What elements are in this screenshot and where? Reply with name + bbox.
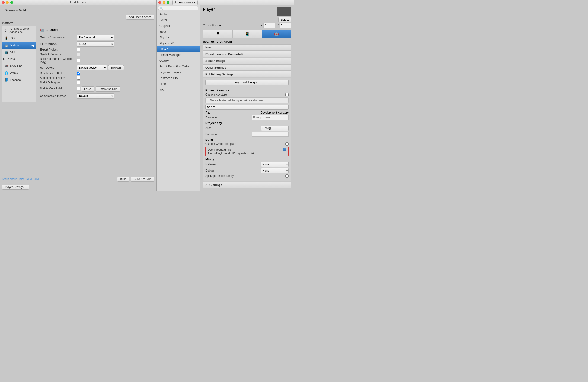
compression-method-select[interactable]: Default <box>77 93 114 99</box>
nav-item-preset-manager[interactable]: Preset Manager <box>156 52 200 58</box>
settings-search-input[interactable] <box>158 6 198 10</box>
keystore-password-input[interactable] <box>252 115 289 120</box>
platform-item-android[interactable]: 🤖 Android ◀ <box>2 42 36 49</box>
keystore-manager-button[interactable]: Keystore Manager... <box>205 80 289 85</box>
android-title-icon: 🤖 <box>40 28 44 32</box>
platform-tab-ios[interactable]: 📱 <box>232 30 262 38</box>
custom-gradle-checkbox[interactable] <box>285 142 289 146</box>
nav-item-vfx[interactable]: VFX <box>156 87 200 93</box>
export-project-label: Export Project <box>40 48 77 51</box>
cursor-hotspot-label: Cursor Hotspot <box>203 24 259 27</box>
nav-item-input[interactable]: Input <box>156 29 200 35</box>
patch-and-run-button[interactable]: Patch And Run <box>96 86 120 92</box>
development-build-checkbox[interactable] <box>77 72 80 75</box>
patch-button[interactable]: Patch <box>81 86 94 92</box>
nav-item-textmesh[interactable]: TextMesh Pro <box>156 75 200 81</box>
info-icon: ℹ <box>208 99 209 102</box>
nav-item-quality[interactable]: Quality <box>156 58 200 63</box>
etc2-fallback-select[interactable]: 32-bit <box>77 41 114 47</box>
cursor-hotspot-y-input[interactable] <box>280 23 291 28</box>
alias-label: Alias <box>205 127 261 130</box>
keystore-select[interactable]: Select... <box>205 104 289 110</box>
nav-item-audio[interactable]: Audio <box>156 11 200 17</box>
platform-item-ps4[interactable]: PS4 PS4 <box>2 56 36 62</box>
platform-label-standalone: PC, Mac & Linux Standalone <box>9 27 34 34</box>
script-debugging-label: Script Debugging <box>40 81 77 84</box>
tvos-icon: 📺 <box>4 50 9 55</box>
close-button[interactable] <box>2 1 5 4</box>
user-proguard-path: Assets/Plugins/Android/proguard-user.txt <box>208 152 286 155</box>
android-title-label: Android <box>46 28 58 32</box>
etc2-fallback-label: ETC2 fallback <box>40 42 77 46</box>
maximize-button[interactable] <box>10 1 13 4</box>
other-settings-section-header[interactable]: Other Settings <box>203 64 291 71</box>
custom-keystore-checkbox[interactable] <box>285 93 289 96</box>
run-device-select[interactable]: Default device <box>77 65 107 70</box>
development-build-label: Development Build <box>40 72 77 75</box>
autoconnect-profiler-checkbox[interactable] <box>77 76 80 80</box>
symlink-sources-checkbox[interactable] <box>77 53 80 56</box>
alias-select[interactable]: Debug <box>261 126 289 131</box>
splash-image-section-header[interactable]: Splash Image <box>203 58 291 64</box>
scripts-only-build-checkbox[interactable] <box>77 87 80 90</box>
platform-item-webgl[interactable]: 🌐 WebGL <box>2 70 36 77</box>
nav-item-time[interactable]: Time <box>156 81 200 87</box>
platform-label-tvos: tvOS <box>10 51 16 54</box>
project-settings-tab-bar: ⚙ Project Settings <box>156 0 294 5</box>
autoconnect-profiler-label: Autoconnect Profiler <box>40 76 77 80</box>
platform-item-ios[interactable]: 📱 iOS <box>2 35 36 42</box>
settings-for-android-label: Settings for Android <box>203 40 291 43</box>
build-and-run-button[interactable]: Build And Run <box>131 177 154 182</box>
nav-item-graphics[interactable]: Graphics <box>156 23 200 29</box>
platform-item-tvos[interactable]: 📺 tvOS <box>2 49 36 56</box>
nav-item-tags-layers[interactable]: Tags and Layers <box>156 69 200 75</box>
refresh-button[interactable]: Refresh <box>108 65 124 70</box>
texture-compression-select[interactable]: Don't override <box>77 35 114 40</box>
export-project-checkbox[interactable] <box>77 48 80 51</box>
build-settings-window-title: Build Settings <box>70 1 86 4</box>
android-icon: 🤖 <box>4 43 9 47</box>
build-button[interactable]: Build <box>117 177 129 182</box>
select-button[interactable]: Select <box>278 17 291 22</box>
compression-method-label: Compression Method <box>40 94 77 98</box>
project-settings-tab[interactable]: ⚙ Project Settings <box>172 0 198 5</box>
resolution-section-header[interactable]: Resolution and Presentation <box>203 51 291 57</box>
nav-item-script-execution[interactable]: Script Execution Order <box>156 63 200 69</box>
split-app-binary-checkbox[interactable] <box>285 174 289 178</box>
platform-item-xbox[interactable]: 🎮 Xbox One <box>2 62 36 70</box>
project-keystore-label: Project Keystore <box>205 89 289 92</box>
texture-compression-label: Texture Compression <box>40 36 77 39</box>
standalone-icon: 🖥 <box>4 28 7 33</box>
ps-close-button[interactable] <box>158 1 161 4</box>
minify-release-select[interactable]: None <box>261 162 289 167</box>
project-key-password-input[interactable] <box>252 132 289 137</box>
script-debugging-checkbox[interactable] <box>77 81 80 84</box>
player-settings-button[interactable]: Player Settings... <box>2 184 29 190</box>
nav-item-editor[interactable]: Editor <box>156 17 200 23</box>
ps-minimize-button[interactable] <box>163 1 165 4</box>
platform-item-facebook[interactable]: 📘 Facebook <box>2 77 36 83</box>
cloud-build-link[interactable]: Learn about Unity Cloud Build <box>2 178 39 181</box>
facebook-icon: 📘 <box>4 78 9 82</box>
ios-icon: 📱 <box>4 36 9 40</box>
nav-item-physics2d[interactable]: Physics 2D <box>156 40 200 46</box>
user-proguard-checkbox[interactable]: ✓ <box>283 148 286 151</box>
cursor-hotspot-x-input[interactable] <box>263 23 275 28</box>
page-title: Player <box>203 7 215 12</box>
nav-item-physics[interactable]: Physics <box>156 35 200 40</box>
platform-list: 🖥 PC, Mac & Linux Standalone 📱 iOS 🤖 And… <box>2 26 36 102</box>
platform-tab-android[interactable]: 🤖 <box>262 30 291 38</box>
publishing-settings-section-header[interactable]: Publishing Settings <box>203 71 291 78</box>
add-open-scenes-button[interactable]: Add Open Scenes <box>126 15 154 20</box>
platform-tab-standalone[interactable]: 🖥 <box>203 30 232 38</box>
nav-item-player[interactable]: Player <box>156 46 200 52</box>
xr-settings-section-header[interactable]: XR Settings <box>203 182 291 188</box>
platform-item-standalone[interactable]: 🖥 PC, Mac & Linux Standalone <box>2 26 36 35</box>
minimize-button[interactable] <box>6 1 9 4</box>
build-app-bundle-checkbox[interactable] <box>77 59 80 62</box>
scenes-list <box>4 13 152 13</box>
ps-maximize-button[interactable] <box>167 1 169 4</box>
minify-debug-select[interactable]: None <box>261 168 289 173</box>
android-selected-icon: ◀ <box>31 43 34 47</box>
icon-section-header[interactable]: Icon <box>203 44 291 51</box>
